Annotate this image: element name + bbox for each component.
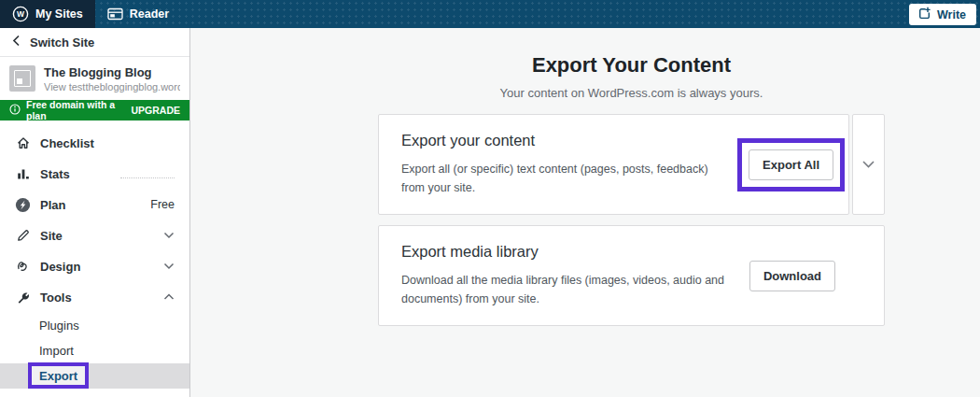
sidebar-item-label: Export: [39, 369, 77, 383]
site-url: View testthebloggingblog.wordpress.com: [44, 81, 180, 92]
content-column: Export Your Content Your content on Word…: [378, 28, 885, 326]
switch-site-button[interactable]: Switch Site: [0, 28, 189, 57]
export-content-card: Export your content Export all (or speci…: [378, 114, 849, 215]
wordpress-logo-icon: W: [12, 6, 29, 22]
sidebar: Switch Site The Blogging Blog View testt…: [0, 28, 190, 397]
sidebar-item-export[interactable]: Export: [0, 363, 189, 389]
home-icon: [15, 135, 31, 151]
site-card[interactable]: The Blogging Blog View testthebloggingbl…: [0, 57, 189, 100]
wordpress-admin-screen: W My Sites Reader Write Switch Site: [0, 0, 980, 397]
download-button-wrap: Download: [749, 261, 835, 291]
design-icon: [15, 259, 31, 275]
my-sites-tab[interactable]: W My Sites: [0, 0, 95, 28]
svg-text:W: W: [17, 9, 25, 19]
plan-icon: [15, 197, 31, 213]
sidebar-item-checklist[interactable]: Checklist: [0, 128, 189, 159]
card-heading: Export media library: [401, 243, 733, 261]
page-title: Export Your Content: [378, 53, 885, 78]
sidebar-item-label: Stats: [40, 167, 70, 181]
page-subtitle: Your content on WordPress.com is always …: [378, 86, 885, 100]
site-meta: The Blogging Blog View testthebloggingbl…: [44, 65, 180, 92]
upgrade-link[interactable]: UPGRADE: [131, 105, 180, 116]
sidebar-item-label: Tools: [40, 291, 72, 305]
pencil-icon: [15, 228, 31, 244]
sidebar-item-label: Plan: [40, 198, 65, 212]
upgrade-banner[interactable]: Free domain with a plan UPGRADE: [0, 100, 189, 121]
card-description: Export all (or specific) text content (p…: [401, 160, 733, 197]
chevron-down-icon: [861, 156, 875, 173]
switch-site-label: Switch Site: [30, 35, 94, 50]
card-text: Export media library Download all the me…: [401, 243, 733, 308]
sidebar-item-tools[interactable]: Tools: [0, 282, 189, 313]
chevron-down-icon: [163, 232, 175, 239]
sidebar-item-label: Checklist: [40, 136, 94, 150]
banner-text: Free domain with a plan: [26, 99, 119, 121]
sidebar-item-stats[interactable]: Stats: [0, 159, 189, 190]
masthead: W My Sites Reader Write: [0, 0, 980, 28]
sidebar-menu: Checklist Stats Plan Free S: [0, 121, 189, 389]
export-content-section: Export your content Export all (or speci…: [378, 114, 885, 215]
chevron-down-icon: [163, 262, 175, 270]
sidebar-item-label: Plugins: [39, 319, 79, 333]
export-media-card: Export media library Download all the me…: [378, 225, 885, 326]
sidebar-item-label: Design: [40, 260, 80, 274]
site-title: The Blogging Blog: [44, 65, 180, 80]
chevron-left-icon: [12, 35, 21, 50]
site-placeholder-icon: [9, 65, 35, 92]
info-icon: [9, 104, 21, 117]
sidebar-item-label: Site: [40, 229, 63, 243]
stats-icon: [15, 166, 31, 182]
sidebar-item-site[interactable]: Site: [0, 220, 189, 251]
export-all-highlight-annotation: Export All: [737, 138, 845, 191]
sidebar-item-design[interactable]: Design: [0, 251, 189, 282]
sidebar-item-import[interactable]: Import: [0, 338, 189, 363]
write-button[interactable]: Write: [909, 4, 976, 25]
chevron-up-icon: [163, 293, 175, 301]
sidebar-item-plugins[interactable]: Plugins: [0, 313, 189, 338]
reader-icon: [107, 7, 123, 21]
export-all-button[interactable]: Export All: [749, 149, 833, 180]
card-text: Export your content Export all (or speci…: [401, 132, 733, 197]
plan-badge: Free: [150, 198, 175, 211]
card-description: Download all the media library files (im…: [401, 271, 733, 308]
main-content: Export Your Content Your content on Word…: [191, 28, 980, 397]
sidebar-item-label: Import: [39, 344, 74, 358]
reader-tab[interactable]: Reader: [95, 0, 181, 28]
reader-label: Reader: [130, 7, 169, 21]
write-label: Write: [937, 8, 966, 21]
card-heading: Export your content: [401, 132, 733, 149]
my-sites-label: My Sites: [35, 7, 83, 21]
stats-sparkline: [120, 170, 175, 178]
expand-export-options-button[interactable]: [852, 114, 885, 215]
sidebar-item-plan[interactable]: Plan Free: [0, 190, 189, 220]
new-post-icon: [917, 7, 931, 23]
tools-icon: [15, 290, 31, 305]
export-highlight-annotation: Export: [28, 362, 89, 389]
download-button[interactable]: Download: [749, 261, 835, 291]
